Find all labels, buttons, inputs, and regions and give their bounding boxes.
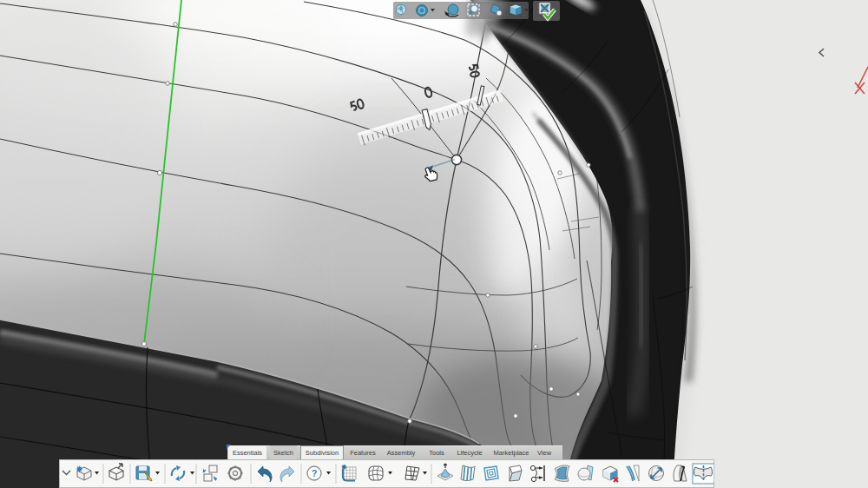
svg-text:?: ?	[312, 468, 318, 478]
